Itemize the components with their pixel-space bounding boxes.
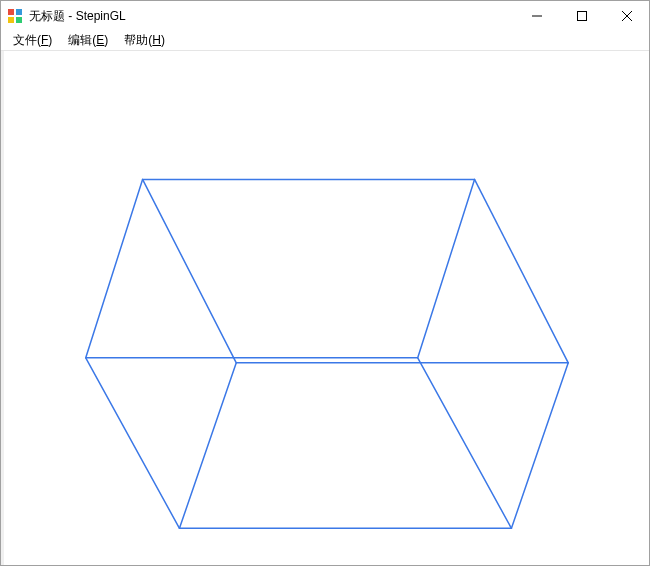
svg-line-13	[143, 179, 237, 362]
svg-line-11	[418, 358, 512, 528]
menu-file-label: 文件	[13, 33, 37, 47]
app-icon	[7, 8, 23, 24]
svg-rect-2	[8, 17, 14, 23]
minimize-button[interactable]	[514, 1, 559, 31]
menu-edit-hotkey: E	[96, 33, 104, 47]
menubar: 文件(F) 编辑(E) 帮助(H)	[1, 31, 649, 51]
menu-file-hotkey: F	[41, 33, 48, 47]
titlebar: 无标题 - StepinGL	[1, 1, 649, 31]
opengl-canvas[interactable]	[1, 51, 649, 565]
svg-line-10	[86, 358, 180, 528]
menu-edit[interactable]: 编辑(E)	[60, 30, 116, 51]
window-title: 无标题 - StepinGL	[29, 8, 514, 25]
close-button[interactable]	[604, 1, 649, 31]
svg-marker-9	[179, 363, 568, 528]
window-controls	[514, 1, 649, 31]
svg-rect-0	[8, 9, 14, 15]
wireframe-cube	[4, 51, 649, 565]
svg-rect-3	[16, 17, 22, 23]
svg-rect-5	[577, 12, 586, 21]
svg-line-12	[475, 179, 569, 362]
maximize-button[interactable]	[559, 1, 604, 31]
menu-help-label: 帮助	[124, 33, 148, 47]
svg-rect-1	[16, 9, 22, 15]
menu-help-hotkey: H	[152, 33, 161, 47]
menu-file[interactable]: 文件(F)	[5, 30, 60, 51]
menu-edit-label: 编辑	[68, 33, 92, 47]
svg-marker-8	[86, 179, 475, 357]
menu-help[interactable]: 帮助(H)	[116, 30, 173, 51]
